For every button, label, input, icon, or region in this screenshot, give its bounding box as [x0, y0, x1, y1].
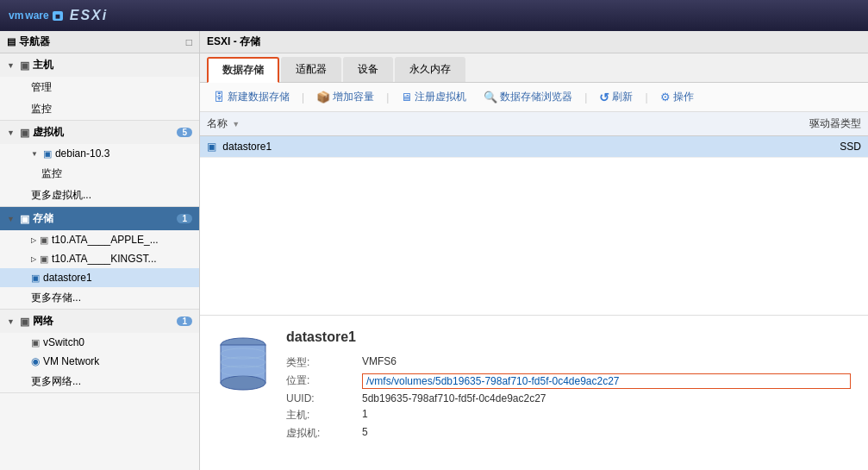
storage-icon: ▣ — [20, 213, 29, 225]
type-label: 类型: — [286, 355, 355, 370]
sidebar-close-icon[interactable]: □ — [186, 36, 192, 48]
register-vm-button[interactable]: 🖥 注册虚拟机 — [394, 87, 473, 107]
sidebar-item-manage[interactable]: 管理 — [0, 77, 199, 98]
tab-device-label: 设备 — [358, 63, 378, 75]
app-header: vmware ■ ESXi — [0, 0, 868, 31]
sidebar-item-t10-kingst[interactable]: ▷ ▣ t10.ATA____KINGST... — [0, 249, 199, 268]
browser-icon: 🔍 — [484, 91, 497, 103]
sidebar-header: ▤ 导航器 □ — [0, 31, 199, 53]
sidebar-item-t10-apple[interactable]: ▷ ▣ t10.ATA____APPLE_... — [0, 230, 199, 249]
detail-grid: 类型: VMFS6 位置: /vmfs/volumes/5db19635-798… — [286, 355, 851, 441]
row-drive-type-cell: SSD — [564, 136, 868, 158]
monitor-host-label: 监控 — [31, 102, 52, 116]
refresh-icon: ↺ — [599, 91, 609, 104]
storage-cylinder-svg — [217, 333, 269, 395]
sidebar-section-vm: ▼ ▣ 虚拟机 5 ▼ ▣ debian-10.3 监控 更多虚拟机... — [0, 121, 199, 207]
refresh-label: 刷新 — [612, 90, 633, 104]
debian-triangle: ▼ — [31, 150, 38, 158]
sidebar-item-debian[interactable]: ▼ ▣ debian-10.3 — [0, 144, 199, 163]
more-vm-label: 更多虚拟机... — [31, 188, 91, 203]
sidebar-host-title[interactable]: ▼ ▣ 主机 — [0, 53, 199, 77]
sidebar-item-datastore1[interactable]: ▣ datastore1 — [0, 268, 199, 287]
vswitch0-label: vSwitch0 — [43, 336, 84, 348]
network-icon: ▣ — [20, 316, 29, 328]
col-header-drive-type[interactable]: 驱动器类型 — [564, 112, 868, 136]
toolbar-sep-2: | — [386, 91, 389, 103]
svg-point-2 — [221, 376, 265, 390]
detail-panel: datastore1 类型: VMFS6 位置: /vmfs/volumes/5… — [200, 315, 868, 470]
new-ds-icon: 🗄 — [214, 91, 225, 103]
sidebar-item-vm-network[interactable]: ◉ VM Network — [0, 352, 199, 371]
more-network-label: 更多网络... — [31, 374, 81, 389]
sidebar-section-network: ▼ ▣ 网络 1 ▣ vSwitch0 ◉ VM Network 更多网络... — [0, 310, 199, 393]
sidebar-vm-title[interactable]: ▼ ▣ 虚拟机 5 — [0, 121, 199, 144]
host-icon: ▣ — [20, 60, 29, 72]
toolbar-sep-4: | — [645, 91, 647, 103]
storage-triangle: ▼ — [7, 215, 15, 223]
vm-count-label: 虚拟机: — [286, 426, 355, 441]
datastore-table-area: 名称 ▼ 驱动器类型 ▣ datastore1 — [200, 112, 868, 315]
table-row[interactable]: ▣ datastore1 SSD — [200, 136, 868, 158]
vm-badge: 5 — [177, 128, 192, 137]
datastore1-icon: ▣ — [31, 273, 40, 284]
vm-count-value: 5 — [362, 426, 851, 441]
sidebar-item-more-vm[interactable]: 更多虚拟机... — [0, 185, 199, 206]
t10-kingst-icon: ▣ — [40, 254, 48, 265]
content-area: ESXI - 存储 数据存储 适配器 设备 永久内存 🗄 新建数据存储 | — [200, 31, 868, 470]
content-title: ESXI - 存储 — [207, 34, 260, 49]
tab-persistent-label: 永久内存 — [409, 63, 451, 75]
sidebar-item-vswitch0[interactable]: ▣ vSwitch0 — [0, 333, 199, 352]
sidebar-item-monitor-host[interactable]: 监控 — [0, 98, 199, 120]
logo: vmware ■ ESXi — [9, 8, 108, 23]
sidebar-title: 导航器 — [19, 34, 50, 49]
storage-label: 存储 — [33, 211, 53, 226]
increase-icon: 📦 — [316, 91, 330, 103]
main-layout: ▤ 导航器 □ ▼ ▣ 主机 管理 监控 ▼ ▣ 虚拟机 — [0, 31, 868, 470]
vmware-logo: vmware ■ — [9, 9, 63, 22]
location-label: 位置: — [286, 373, 355, 389]
vm-label: 虚拟机 — [33, 125, 64, 140]
sidebar-item-more-network[interactable]: 更多网络... — [0, 371, 199, 392]
vm-network-label: VM Network — [43, 355, 99, 367]
increase-label: 增加容量 — [333, 90, 374, 104]
actions-button[interactable]: ⚙ 操作 — [653, 87, 701, 107]
toolbar: 🗄 新建数据存储 | 📦 增加容量 | 🖥 注册虚拟机 🔍 数据存储浏览器 | … — [200, 83, 868, 112]
new-datastore-button[interactable]: 🗄 新建数据存储 — [207, 87, 297, 107]
sidebar-item-more-storage[interactable]: 更多存储... — [0, 287, 199, 309]
increase-cap-button[interactable]: 📦 增加容量 — [309, 87, 381, 107]
detail-title: datastore1 — [286, 329, 851, 345]
row-icon: ▣ — [207, 141, 216, 153]
row-name-value: datastore1 — [222, 141, 272, 153]
browser-label: 数据存储浏览器 — [500, 90, 572, 104]
toolbar-sep-1: | — [302, 91, 304, 103]
monitor-vm-label: 监控 — [41, 166, 62, 181]
sidebar-section-host: ▼ ▣ 主机 管理 监控 — [0, 53, 199, 121]
datastore1-sidebar-label: datastore1 — [43, 272, 92, 284]
browser-button[interactable]: 🔍 数据存储浏览器 — [477, 87, 579, 107]
refresh-button[interactable]: ↺ 刷新 — [592, 87, 640, 107]
sidebar-storage-title[interactable]: ▼ ▣ 存储 1 — [0, 207, 199, 230]
tab-datastore-label: 数据存储 — [222, 64, 264, 76]
row-drive-type-value: SSD — [840, 141, 861, 153]
detail-info: datastore1 类型: VMFS6 位置: /vmfs/volumes/5… — [286, 329, 851, 456]
tab-device[interactable]: 设备 — [343, 57, 393, 82]
type-value: VMFS6 — [362, 355, 851, 370]
host-triangle: ▼ — [7, 61, 15, 70]
vm-triangle: ▼ — [7, 128, 15, 137]
toolbar-sep-3: | — [584, 91, 587, 103]
actions-icon: ⚙ — [660, 91, 671, 103]
col-name-label: 名称 — [207, 117, 228, 129]
sidebar-item-monitor-vm[interactable]: 监控 — [0, 163, 199, 185]
tab-datastore[interactable]: 数据存储 — [207, 57, 279, 83]
tab-adapter[interactable]: 适配器 — [281, 57, 341, 82]
sidebar-network-title[interactable]: ▼ ▣ 网络 1 — [0, 310, 199, 333]
col-header-name[interactable]: 名称 ▼ — [200, 112, 564, 136]
t10-kingst-label: t10.ATA____KINGST... — [52, 253, 157, 265]
vswitch0-icon: ▣ — [31, 337, 40, 348]
col-drive-label: 驱动器类型 — [809, 117, 861, 129]
host-label: 主机 — [33, 58, 53, 72]
register-label: 注册虚拟机 — [415, 90, 466, 104]
tab-adapter-label: 适配器 — [296, 63, 327, 75]
tab-persistent[interactable]: 永久内存 — [395, 57, 465, 82]
sidebar-nav-icon: ▤ — [7, 36, 16, 47]
